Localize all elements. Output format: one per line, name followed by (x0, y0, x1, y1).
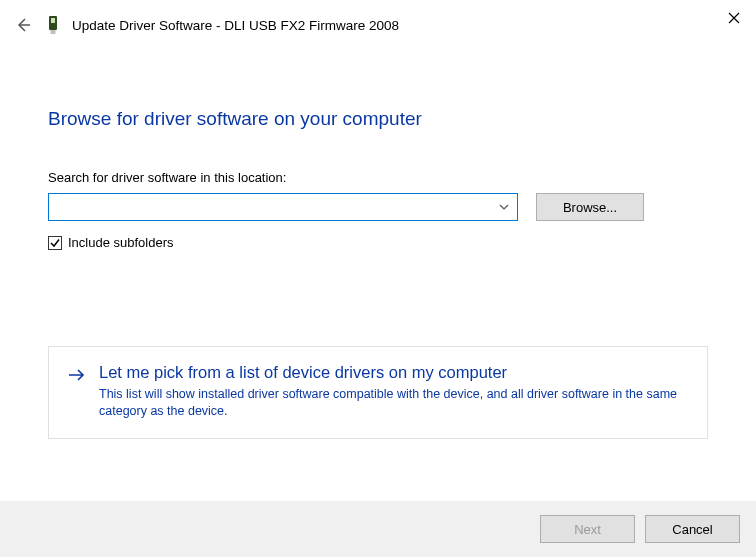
device-icon (46, 15, 62, 35)
include-subfolders-label[interactable]: Include subfolders (68, 235, 174, 250)
browse-button[interactable]: Browse... (536, 193, 644, 221)
next-button: Next (540, 515, 635, 543)
combobox-dropdown-button[interactable] (491, 194, 515, 220)
include-subfolders-checkbox[interactable] (48, 236, 62, 250)
page-heading: Browse for driver software on your compu… (48, 108, 708, 130)
path-row: Browse... (48, 193, 708, 221)
option-arrow-icon (67, 367, 87, 386)
svg-rect-1 (51, 18, 55, 23)
cancel-button[interactable]: Cancel (645, 515, 740, 543)
option-title: Let me pick from a list of device driver… (99, 363, 689, 382)
window-title: Update Driver Software - DLI USB FX2 Fir… (72, 18, 399, 33)
checkmark-icon (50, 238, 60, 248)
pick-from-list-option[interactable]: Let me pick from a list of device driver… (48, 346, 708, 439)
chevron-down-icon (499, 204, 509, 210)
path-combobox[interactable] (48, 193, 518, 221)
close-icon (728, 12, 740, 24)
content-area: Browse for driver software on your compu… (0, 50, 756, 439)
svg-rect-2 (51, 30, 56, 34)
close-button[interactable] (722, 6, 746, 30)
footer: Next Cancel (0, 501, 756, 557)
option-text: Let me pick from a list of device driver… (99, 363, 689, 420)
titlebar: Update Driver Software - DLI USB FX2 Fir… (0, 0, 756, 50)
back-button[interactable] (12, 14, 34, 36)
back-arrow-icon (15, 17, 31, 33)
include-subfolders-row: Include subfolders (48, 235, 708, 250)
option-description: This list will show installed driver sof… (99, 386, 689, 420)
search-path-label: Search for driver software in this locat… (48, 170, 708, 185)
path-input[interactable] (49, 194, 491, 220)
